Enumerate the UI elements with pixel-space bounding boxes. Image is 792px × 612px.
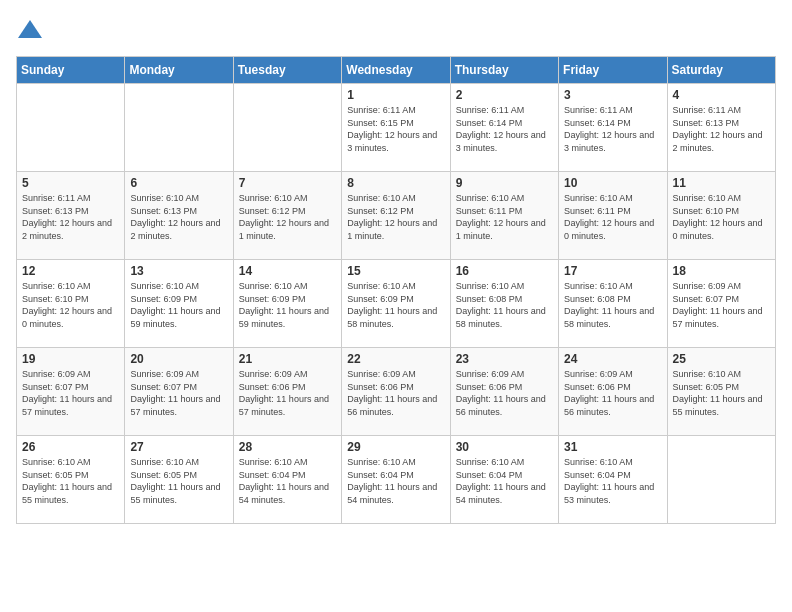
day-cell-1: 1Sunrise: 6:11 AM Sunset: 6:15 PM Daylig… bbox=[342, 84, 450, 172]
day-info-3: Sunrise: 6:11 AM Sunset: 6:14 PM Dayligh… bbox=[564, 104, 661, 154]
day-info-9: Sunrise: 6:10 AM Sunset: 6:11 PM Dayligh… bbox=[456, 192, 553, 242]
logo-icon bbox=[16, 16, 44, 44]
day-cell-27: 27Sunrise: 6:10 AM Sunset: 6:05 PM Dayli… bbox=[125, 436, 233, 524]
weekday-header-tuesday: Tuesday bbox=[233, 57, 341, 84]
day-cell-21: 21Sunrise: 6:09 AM Sunset: 6:06 PM Dayli… bbox=[233, 348, 341, 436]
week-row-3: 12Sunrise: 6:10 AM Sunset: 6:10 PM Dayli… bbox=[17, 260, 776, 348]
day-cell-6: 6Sunrise: 6:10 AM Sunset: 6:13 PM Daylig… bbox=[125, 172, 233, 260]
day-cell-15: 15Sunrise: 6:10 AM Sunset: 6:09 PM Dayli… bbox=[342, 260, 450, 348]
day-number-5: 5 bbox=[22, 176, 119, 190]
week-row-5: 26Sunrise: 6:10 AM Sunset: 6:05 PM Dayli… bbox=[17, 436, 776, 524]
day-info-1: Sunrise: 6:11 AM Sunset: 6:15 PM Dayligh… bbox=[347, 104, 444, 154]
day-info-13: Sunrise: 6:10 AM Sunset: 6:09 PM Dayligh… bbox=[130, 280, 227, 330]
day-info-30: Sunrise: 6:10 AM Sunset: 6:04 PM Dayligh… bbox=[456, 456, 553, 506]
empty-cell bbox=[125, 84, 233, 172]
day-number-23: 23 bbox=[456, 352, 553, 366]
day-number-18: 18 bbox=[673, 264, 770, 278]
day-info-10: Sunrise: 6:10 AM Sunset: 6:11 PM Dayligh… bbox=[564, 192, 661, 242]
day-cell-23: 23Sunrise: 6:09 AM Sunset: 6:06 PM Dayli… bbox=[450, 348, 558, 436]
day-info-20: Sunrise: 6:09 AM Sunset: 6:07 PM Dayligh… bbox=[130, 368, 227, 418]
day-info-12: Sunrise: 6:10 AM Sunset: 6:10 PM Dayligh… bbox=[22, 280, 119, 330]
day-cell-30: 30Sunrise: 6:10 AM Sunset: 6:04 PM Dayli… bbox=[450, 436, 558, 524]
day-cell-16: 16Sunrise: 6:10 AM Sunset: 6:08 PM Dayli… bbox=[450, 260, 558, 348]
day-number-31: 31 bbox=[564, 440, 661, 454]
day-info-14: Sunrise: 6:10 AM Sunset: 6:09 PM Dayligh… bbox=[239, 280, 336, 330]
day-info-18: Sunrise: 6:09 AM Sunset: 6:07 PM Dayligh… bbox=[673, 280, 770, 330]
day-number-14: 14 bbox=[239, 264, 336, 278]
day-info-31: Sunrise: 6:10 AM Sunset: 6:04 PM Dayligh… bbox=[564, 456, 661, 506]
day-info-11: Sunrise: 6:10 AM Sunset: 6:10 PM Dayligh… bbox=[673, 192, 770, 242]
day-cell-10: 10Sunrise: 6:10 AM Sunset: 6:11 PM Dayli… bbox=[559, 172, 667, 260]
header bbox=[16, 16, 776, 44]
day-info-2: Sunrise: 6:11 AM Sunset: 6:14 PM Dayligh… bbox=[456, 104, 553, 154]
weekday-header-saturday: Saturday bbox=[667, 57, 775, 84]
day-cell-24: 24Sunrise: 6:09 AM Sunset: 6:06 PM Dayli… bbox=[559, 348, 667, 436]
day-number-20: 20 bbox=[130, 352, 227, 366]
day-cell-26: 26Sunrise: 6:10 AM Sunset: 6:05 PM Dayli… bbox=[17, 436, 125, 524]
day-number-16: 16 bbox=[456, 264, 553, 278]
empty-cell bbox=[233, 84, 341, 172]
logo bbox=[16, 16, 48, 44]
day-info-7: Sunrise: 6:10 AM Sunset: 6:12 PM Dayligh… bbox=[239, 192, 336, 242]
day-info-4: Sunrise: 6:11 AM Sunset: 6:13 PM Dayligh… bbox=[673, 104, 770, 154]
day-number-29: 29 bbox=[347, 440, 444, 454]
day-number-2: 2 bbox=[456, 88, 553, 102]
day-number-19: 19 bbox=[22, 352, 119, 366]
day-cell-13: 13Sunrise: 6:10 AM Sunset: 6:09 PM Dayli… bbox=[125, 260, 233, 348]
day-info-25: Sunrise: 6:10 AM Sunset: 6:05 PM Dayligh… bbox=[673, 368, 770, 418]
weekday-header-monday: Monday bbox=[125, 57, 233, 84]
day-number-3: 3 bbox=[564, 88, 661, 102]
day-number-17: 17 bbox=[564, 264, 661, 278]
day-info-8: Sunrise: 6:10 AM Sunset: 6:12 PM Dayligh… bbox=[347, 192, 444, 242]
day-number-26: 26 bbox=[22, 440, 119, 454]
day-cell-22: 22Sunrise: 6:09 AM Sunset: 6:06 PM Dayli… bbox=[342, 348, 450, 436]
weekday-header-sunday: Sunday bbox=[17, 57, 125, 84]
day-info-17: Sunrise: 6:10 AM Sunset: 6:08 PM Dayligh… bbox=[564, 280, 661, 330]
calendar-table: SundayMondayTuesdayWednesdayThursdayFrid… bbox=[16, 56, 776, 524]
empty-cell bbox=[17, 84, 125, 172]
weekday-header-row: SundayMondayTuesdayWednesdayThursdayFrid… bbox=[17, 57, 776, 84]
day-info-6: Sunrise: 6:10 AM Sunset: 6:13 PM Dayligh… bbox=[130, 192, 227, 242]
day-number-21: 21 bbox=[239, 352, 336, 366]
day-info-5: Sunrise: 6:11 AM Sunset: 6:13 PM Dayligh… bbox=[22, 192, 119, 242]
day-cell-5: 5Sunrise: 6:11 AM Sunset: 6:13 PM Daylig… bbox=[17, 172, 125, 260]
day-info-15: Sunrise: 6:10 AM Sunset: 6:09 PM Dayligh… bbox=[347, 280, 444, 330]
day-info-21: Sunrise: 6:09 AM Sunset: 6:06 PM Dayligh… bbox=[239, 368, 336, 418]
day-cell-8: 8Sunrise: 6:10 AM Sunset: 6:12 PM Daylig… bbox=[342, 172, 450, 260]
day-info-28: Sunrise: 6:10 AM Sunset: 6:04 PM Dayligh… bbox=[239, 456, 336, 506]
day-number-9: 9 bbox=[456, 176, 553, 190]
day-cell-3: 3Sunrise: 6:11 AM Sunset: 6:14 PM Daylig… bbox=[559, 84, 667, 172]
day-cell-9: 9Sunrise: 6:10 AM Sunset: 6:11 PM Daylig… bbox=[450, 172, 558, 260]
day-number-28: 28 bbox=[239, 440, 336, 454]
day-number-7: 7 bbox=[239, 176, 336, 190]
day-number-27: 27 bbox=[130, 440, 227, 454]
day-info-22: Sunrise: 6:09 AM Sunset: 6:06 PM Dayligh… bbox=[347, 368, 444, 418]
day-cell-19: 19Sunrise: 6:09 AM Sunset: 6:07 PM Dayli… bbox=[17, 348, 125, 436]
day-number-15: 15 bbox=[347, 264, 444, 278]
day-number-1: 1 bbox=[347, 88, 444, 102]
week-row-1: 1Sunrise: 6:11 AM Sunset: 6:15 PM Daylig… bbox=[17, 84, 776, 172]
day-cell-11: 11Sunrise: 6:10 AM Sunset: 6:10 PM Dayli… bbox=[667, 172, 775, 260]
day-number-10: 10 bbox=[564, 176, 661, 190]
day-number-25: 25 bbox=[673, 352, 770, 366]
day-cell-2: 2Sunrise: 6:11 AM Sunset: 6:14 PM Daylig… bbox=[450, 84, 558, 172]
day-number-12: 12 bbox=[22, 264, 119, 278]
day-cell-28: 28Sunrise: 6:10 AM Sunset: 6:04 PM Dayli… bbox=[233, 436, 341, 524]
day-cell-31: 31Sunrise: 6:10 AM Sunset: 6:04 PM Dayli… bbox=[559, 436, 667, 524]
day-info-23: Sunrise: 6:09 AM Sunset: 6:06 PM Dayligh… bbox=[456, 368, 553, 418]
day-cell-29: 29Sunrise: 6:10 AM Sunset: 6:04 PM Dayli… bbox=[342, 436, 450, 524]
day-number-13: 13 bbox=[130, 264, 227, 278]
day-cell-4: 4Sunrise: 6:11 AM Sunset: 6:13 PM Daylig… bbox=[667, 84, 775, 172]
day-number-8: 8 bbox=[347, 176, 444, 190]
day-cell-7: 7Sunrise: 6:10 AM Sunset: 6:12 PM Daylig… bbox=[233, 172, 341, 260]
day-cell-20: 20Sunrise: 6:09 AM Sunset: 6:07 PM Dayli… bbox=[125, 348, 233, 436]
day-number-24: 24 bbox=[564, 352, 661, 366]
day-info-27: Sunrise: 6:10 AM Sunset: 6:05 PM Dayligh… bbox=[130, 456, 227, 506]
weekday-header-thursday: Thursday bbox=[450, 57, 558, 84]
day-number-4: 4 bbox=[673, 88, 770, 102]
day-info-16: Sunrise: 6:10 AM Sunset: 6:08 PM Dayligh… bbox=[456, 280, 553, 330]
weekday-header-friday: Friday bbox=[559, 57, 667, 84]
day-number-11: 11 bbox=[673, 176, 770, 190]
day-info-19: Sunrise: 6:09 AM Sunset: 6:07 PM Dayligh… bbox=[22, 368, 119, 418]
day-cell-14: 14Sunrise: 6:10 AM Sunset: 6:09 PM Dayli… bbox=[233, 260, 341, 348]
